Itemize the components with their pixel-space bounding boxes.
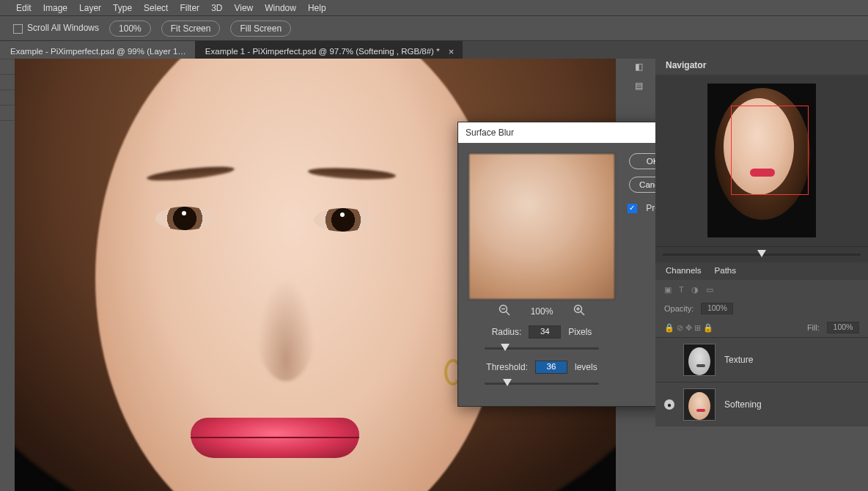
tab-example-active[interactable]: Example 1 - PiXimperfect.psd @ 97.7% (So… — [195, 41, 463, 59]
menu-image[interactable]: Image — [43, 3, 67, 13]
tab-example-bg[interactable]: Example - PiXimperfect.psd @ 99% (Layer … — [0, 41, 195, 59]
navigator-panel: Navigator — [655, 56, 868, 262]
fill-screen-button[interactable]: Fill Screen — [230, 21, 291, 37]
threshold-label: Threshold: — [486, 362, 528, 372]
tool-slot[interactable] — [0, 59, 15, 74]
zoom-out-icon[interactable] — [499, 304, 510, 318]
layer-filter-icon[interactable]: ▭ — [706, 285, 713, 295]
layer-row[interactable]: ● Softening — [655, 382, 868, 427]
layer-thumbnail[interactable] — [683, 344, 716, 376]
visibility-toggle[interactable] — [664, 355, 674, 365]
menu-select[interactable]: Select — [144, 3, 168, 13]
menu-window[interactable]: Window — [265, 3, 296, 13]
menu-type[interactable]: Type — [113, 3, 132, 13]
threshold-input[interactable]: 36 — [535, 361, 567, 374]
filter-preview[interactable] — [468, 153, 615, 300]
layer-options: ▣ T ◑ ▭ Opacity: 100% 🔒 ⊘ ✥ ⊞ 🔒 Fill: 10… — [655, 280, 868, 337]
radius-unit: Pixels — [568, 327, 592, 337]
left-toolbar — [0, 59, 15, 300]
tab-paths[interactable]: Paths — [715, 266, 736, 280]
threshold-slider[interactable] — [485, 378, 599, 388]
fill-input[interactable]: 100% — [827, 322, 859, 333]
navigator-proxy[interactable] — [707, 84, 816, 237]
panel-icon[interactable]: ▤ — [628, 76, 649, 95]
menu-3d[interactable]: 3D — [211, 3, 222, 13]
tool-slot[interactable] — [0, 120, 15, 136]
layer-thumbnail[interactable] — [683, 388, 716, 421]
zoom-value: 100% — [531, 306, 553, 317]
scroll-all-windows-checkbox[interactable]: Scroll All Windows — [13, 23, 99, 33]
zoom-in-icon[interactable] — [573, 304, 585, 318]
navigator-view-box[interactable] — [731, 106, 809, 195]
layer-filter-icon[interactable]: ◑ — [691, 285, 699, 295]
close-icon[interactable]: × — [449, 46, 455, 57]
scroll-all-label: Scroll All Windows — [27, 23, 99, 33]
tool-slot[interactable] — [0, 74, 15, 89]
threshold-unit: levels — [575, 362, 597, 372]
menu-view[interactable]: View — [234, 3, 253, 13]
svg-line-1 — [506, 311, 510, 315]
fill-label: Fill: — [807, 323, 820, 332]
panel-icon-strip: ◧ ▤ — [628, 57, 649, 95]
navigator-tab[interactable]: Navigator — [655, 56, 868, 75]
tab-channels[interactable]: Channels — [666, 266, 702, 280]
layer-row[interactable]: Texture — [655, 337, 868, 382]
zoom-preset-button[interactable]: 100% — [109, 21, 151, 37]
panel-icon[interactable]: ◧ — [628, 57, 649, 76]
layer-filter-icon[interactable]: ▣ — [664, 285, 672, 295]
layer-name: Softening — [724, 399, 762, 410]
tab-label: Example - PiXimperfect.psd @ 99% (Layer … — [10, 47, 186, 56]
fit-screen-button[interactable]: Fit Screen — [161, 21, 221, 37]
right-panel-tabs: Channels Paths — [655, 262, 868, 280]
svg-line-4 — [581, 311, 584, 315]
options-bar: Scroll All Windows 100% Fit Screen Fill … — [0, 16, 868, 41]
dialog-title: Surface Blur — [466, 128, 514, 138]
tool-slot[interactable] — [0, 89, 15, 105]
visibility-toggle[interactable]: ● — [664, 399, 674, 410]
navigator-zoom-slider[interactable] — [655, 246, 868, 262]
menu-layer[interactable]: Layer — [79, 3, 101, 13]
menu-help[interactable]: Help — [308, 3, 326, 13]
layers-panel: Texture ● Softening — [655, 337, 868, 427]
opacity-input[interactable]: 100% — [701, 303, 733, 314]
layer-filter-icon[interactable]: T — [679, 285, 684, 294]
opacity-label: Opacity: — [664, 304, 694, 313]
tab-label: Example 1 - PiXimperfect.psd @ 97.7% (So… — [205, 47, 440, 56]
menu-edit[interactable]: Edit — [16, 3, 32, 13]
menu-bar: Edit Image Layer Type Select Filter 3D V… — [0, 0, 868, 16]
tool-slot[interactable] — [0, 105, 15, 120]
radius-input[interactable]: 34 — [529, 325, 561, 339]
radius-slider[interactable] — [485, 343, 599, 353]
menu-filter[interactable]: Filter — [180, 3, 199, 13]
layer-name: Texture — [724, 355, 753, 365]
radius-label: Radius: — [492, 327, 522, 337]
